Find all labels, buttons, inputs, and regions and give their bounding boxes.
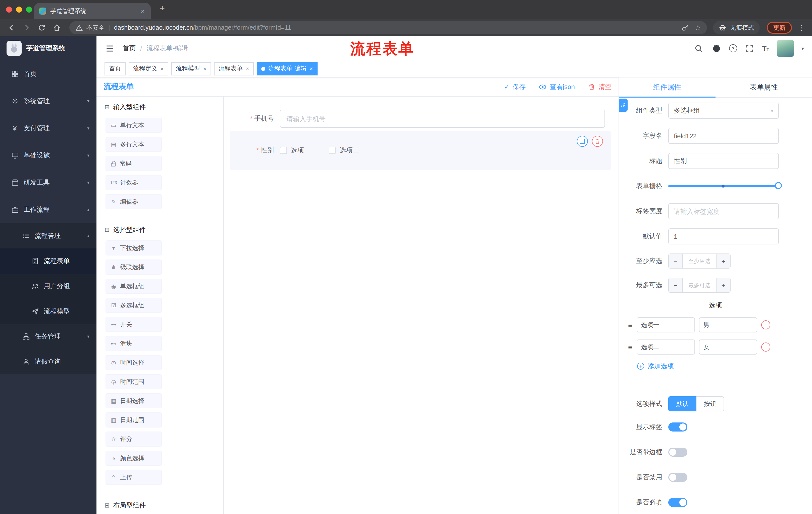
- drag-handle-icon[interactable]: ≡: [628, 343, 633, 351]
- default-value-input[interactable]: [668, 228, 779, 244]
- plus-icon[interactable]: +: [716, 254, 730, 268]
- show-label-toggle[interactable]: [668, 423, 687, 432]
- new-tab-button[interactable]: +: [160, 3, 165, 13]
- min-select-stepper[interactable]: − 至少应选 +: [668, 253, 731, 269]
- library-item-checkbox-group[interactable]: ☑多选框组: [106, 298, 162, 313]
- library-item-rate[interactable]: ☆评分: [106, 432, 162, 447]
- help-icon[interactable]: ?: [729, 44, 737, 52]
- tag-close-icon[interactable]: ×: [203, 65, 206, 72]
- max-select-value[interactable]: 最多可选: [683, 278, 716, 292]
- github-icon[interactable]: [712, 43, 722, 53]
- tag-close-icon[interactable]: ×: [160, 65, 164, 72]
- disabled-toggle[interactable]: [668, 473, 687, 482]
- border-toggle[interactable]: [668, 448, 687, 457]
- browser-menu-icon[interactable]: ⋮: [798, 24, 805, 32]
- avatar-caret-icon[interactable]: ▾: [802, 46, 804, 51]
- tag-close-icon[interactable]: ×: [310, 65, 313, 72]
- window-close-button[interactable]: [6, 6, 12, 12]
- drag-handle-icon[interactable]: ≡: [628, 321, 633, 329]
- phone-input[interactable]: [280, 110, 605, 128]
- sidebar-item-workflow[interactable]: 工作流程 ▴: [0, 196, 96, 223]
- library-item-color-picker[interactable]: ◑颜色选择: [106, 451, 162, 466]
- clear-button[interactable]: 清空: [588, 82, 611, 91]
- tab-form-props[interactable]: 表单属性: [716, 77, 812, 97]
- browser-tab[interactable]: 芋道管理系统 ×: [34, 3, 151, 19]
- min-select-value[interactable]: 至少应选: [683, 254, 716, 268]
- sidebar-item-process-management[interactable]: 流程管理 ▴: [0, 223, 96, 248]
- plus-icon[interactable]: +: [716, 278, 730, 292]
- sidebar-item-task-management[interactable]: 任务管理 ▾: [0, 324, 96, 349]
- tag-process-form-edit[interactable]: 流程表单-编辑 ×: [257, 62, 318, 75]
- style-button-button[interactable]: 按钮: [696, 396, 724, 411]
- window-zoom-button[interactable]: [26, 6, 32, 12]
- gender-option-2[interactable]: 选项二: [329, 146, 359, 155]
- style-default-button[interactable]: 默认: [668, 396, 696, 411]
- sidebar-item-process-model[interactable]: 流程模型: [0, 299, 96, 324]
- library-item-switch[interactable]: ⊶开关: [106, 317, 162, 332]
- sidebar-item-system-management[interactable]: 系统管理 ▾: [0, 87, 96, 115]
- component-type-select[interactable]: 多选框组 ▾: [668, 103, 779, 119]
- copy-component-button[interactable]: [577, 136, 588, 147]
- canvas-field-phone[interactable]: 手机号: [230, 110, 611, 128]
- library-item-counter[interactable]: 123计数器: [106, 175, 162, 190]
- sidebar-item-leave-query[interactable]: 请假查询: [0, 349, 96, 374]
- browser-update-button[interactable]: 更新: [767, 22, 792, 34]
- library-item-editor[interactable]: ✎编辑器: [106, 194, 162, 209]
- sidebar-fold-icon[interactable]: [105, 43, 115, 53]
- password-key-icon[interactable]: [682, 24, 690, 32]
- back-icon[interactable]: [5, 21, 18, 34]
- sidebar-item-dev-tools[interactable]: 研发工具 ▾: [0, 169, 96, 196]
- tag-close-icon[interactable]: ×: [246, 65, 249, 72]
- sidebar-item-process-form[interactable]: 流程表单: [0, 248, 96, 274]
- label-width-input[interactable]: [668, 203, 779, 219]
- panel-collapse-handle[interactable]: [619, 99, 628, 112]
- delete-component-button[interactable]: [592, 136, 603, 147]
- sidebar-item-payment-management[interactable]: ¥ 支付管理 ▾: [0, 115, 96, 142]
- bookmark-star-icon[interactable]: ☆: [695, 24, 701, 32]
- title-input[interactable]: [668, 153, 779, 169]
- gender-option-1[interactable]: 选项一: [280, 146, 311, 155]
- sidebar-item-home[interactable]: 首页: [0, 60, 96, 87]
- max-select-stepper[interactable]: − 最多可选 +: [668, 278, 731, 293]
- remove-option-button[interactable]: −: [761, 343, 770, 352]
- option-value-input[interactable]: [699, 340, 757, 355]
- window-minimize-button[interactable]: [16, 6, 22, 12]
- home-icon[interactable]: [50, 21, 63, 34]
- required-toggle[interactable]: [668, 498, 687, 507]
- form-grid-slider[interactable]: [668, 178, 782, 194]
- minus-icon[interactable]: −: [669, 254, 683, 268]
- user-avatar[interactable]: [777, 40, 794, 57]
- reload-icon[interactable]: [35, 21, 48, 34]
- slider-knob[interactable]: [775, 182, 782, 189]
- font-size-icon[interactable]: TT: [762, 44, 769, 52]
- tag-process-definition[interactable]: 流程定义 ×: [128, 62, 168, 75]
- breadcrumb-home[interactable]: 首页: [123, 44, 136, 53]
- tab-close-icon[interactable]: ×: [140, 7, 146, 15]
- library-item-multi-line-text[interactable]: ▤多行文本: [106, 137, 162, 152]
- library-item-cascade-select[interactable]: ⋔级联选择: [106, 260, 162, 275]
- checkbox-icon[interactable]: [329, 147, 336, 154]
- sidebar-item-user-group[interactable]: 用户分组: [0, 274, 96, 299]
- library-item-password[interactable]: 密码: [106, 156, 162, 171]
- remove-option-button[interactable]: −: [761, 320, 770, 329]
- view-json-button[interactable]: 查看json: [539, 82, 575, 91]
- url-omnibox[interactable]: 不安全 dashboard.yudao.iocoder.cn/bpm/manag…: [69, 21, 707, 34]
- minus-icon[interactable]: −: [669, 278, 683, 292]
- library-item-single-line-text[interactable]: ▭单行文本: [106, 118, 162, 133]
- tag-home[interactable]: 首页: [105, 62, 126, 75]
- library-item-slider[interactable]: ⊷滑块: [106, 336, 162, 351]
- library-item-date-picker[interactable]: ▦日期选择: [106, 393, 162, 408]
- option-label-input[interactable]: [637, 317, 695, 332]
- library-item-radio-group[interactable]: ◉单选框组: [106, 279, 162, 294]
- sidebar-item-infrastructure[interactable]: 基础设施 ▾: [0, 142, 96, 169]
- library-item-date-range[interactable]: ▥日期范围: [106, 412, 162, 428]
- library-item-upload[interactable]: ⇧上传: [106, 470, 162, 485]
- save-button[interactable]: ✓ 保存: [504, 82, 526, 91]
- search-icon[interactable]: [694, 43, 704, 53]
- library-item-time-range[interactable]: ◶时间范围: [106, 374, 162, 389]
- canvas-field-gender-selected[interactable]: 性别 选项一 选项二: [230, 131, 611, 170]
- library-item-dropdown-select[interactable]: ▾下拉选择: [106, 240, 162, 255]
- fullscreen-icon[interactable]: [745, 43, 755, 53]
- add-option-button[interactable]: + 添加选项: [619, 361, 812, 371]
- option-label-input[interactable]: [637, 340, 695, 355]
